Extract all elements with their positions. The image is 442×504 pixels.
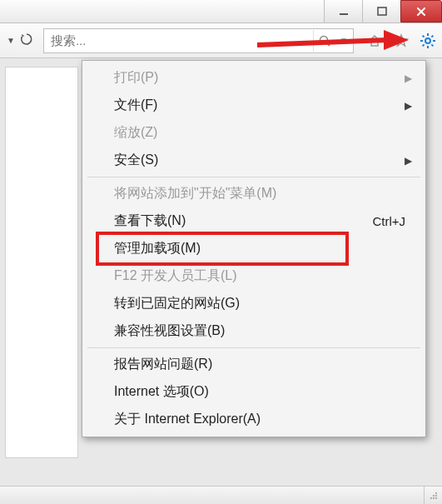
home-icon: [367, 33, 382, 48]
menu-label: Internet 选项(O): [114, 383, 209, 401]
search-go-button[interactable]: [313, 30, 335, 52]
menu-item-pinned-sites[interactable]: 转到已固定的网站(G): [84, 290, 424, 317]
tools-button[interactable]: [419, 32, 437, 50]
menu-item-internet-options[interactable]: Internet 选项(O): [84, 378, 424, 406]
dropdown-button[interactable]: ▼: [0, 23, 40, 57]
menu-item-print[interactable]: 打印(P) ▶: [84, 64, 424, 92]
gear-icon: [420, 32, 436, 49]
tools-menu: 打印(P) ▶ 文件(F) ▶ 缩放(Z) 安全(S) ▶ 将网站添加到"开始"…: [82, 60, 426, 437]
svg-point-19: [433, 497, 435, 499]
svg-point-4: [425, 38, 430, 43]
menu-item-safety[interactable]: 安全(S) ▶: [84, 147, 424, 174]
svg-point-15: [435, 492, 437, 494]
svg-point-20: [435, 497, 437, 499]
close-button[interactable]: [400, 0, 442, 22]
svg-line-3: [326, 42, 330, 46]
menu-item-f12-tools[interactable]: F12 开发人员工具(L): [84, 262, 424, 290]
search-dropdown-icon[interactable]: ▼: [335, 36, 353, 45]
status-bar: [0, 486, 442, 504]
scroll-corner: [424, 487, 442, 504]
toolbar: ▼ ▼: [0, 23, 442, 58]
menu-label: 文件(F): [114, 97, 157, 114]
svg-point-2: [320, 36, 327, 43]
svg-line-11: [423, 44, 425, 46]
minimize-button[interactable]: [324, 0, 362, 22]
menu-label: 缩放(Z): [114, 124, 157, 142]
menu-shortcut: Ctrl+J: [372, 214, 405, 228]
menu-label: 将网站添加到"开始"菜单(M): [114, 185, 276, 202]
menu-separator: [87, 347, 420, 348]
menu-item-file[interactable]: 文件(F) ▶: [84, 92, 424, 119]
menu-item-view-downloads[interactable]: 查看下载(N) Ctrl+J: [84, 207, 424, 235]
titlebar: [0, 0, 442, 23]
svg-point-17: [435, 495, 437, 497]
resize-grip-icon: [430, 492, 438, 500]
menu-label: 查看下载(N): [114, 212, 186, 230]
menu-label: 报告网站问题(R): [114, 356, 212, 373]
menu-item-about[interactable]: 关于 Internet Explorer(A): [84, 406, 424, 433]
menu-item-manage-addons[interactable]: 管理加载项(M): [84, 235, 424, 262]
submenu-arrow-icon: ▶: [405, 72, 412, 84]
content-panel: [5, 67, 78, 458]
menu-label: F12 开发人员工具(L): [114, 267, 237, 285]
home-button[interactable]: [365, 32, 384, 50]
menu-label: 转到已固定的网站(G): [114, 295, 240, 312]
menu-label: 兼容性视图设置(B): [114, 322, 225, 340]
submenu-arrow-icon: ▶: [405, 100, 412, 112]
chevron-down-icon: ▼: [7, 36, 15, 45]
search-icon: [318, 34, 331, 47]
menu-item-zoom[interactable]: 缩放(Z): [84, 119, 424, 147]
toolbar-right: [357, 32, 437, 50]
star-icon: [394, 33, 409, 48]
menu-item-compat-view[interactable]: 兼容性视图设置(B): [84, 317, 424, 345]
svg-line-12: [431, 35, 433, 37]
search-input[interactable]: [44, 33, 313, 47]
search-box[interactable]: ▼: [43, 28, 354, 53]
favorites-button[interactable]: [392, 32, 410, 50]
refresh-icon[interactable]: [20, 32, 33, 49]
minimize-icon: [339, 7, 349, 17]
submenu-arrow-icon: ▶: [405, 155, 412, 167]
svg-rect-1: [378, 7, 386, 15]
menu-label: 关于 Internet Explorer(A): [114, 411, 261, 428]
svg-point-18: [430, 497, 432, 499]
menu-item-report[interactable]: 报告网站问题(R): [84, 351, 424, 378]
maximize-button[interactable]: [362, 0, 400, 22]
svg-line-9: [423, 35, 425, 37]
menu-label: 打印(P): [114, 69, 158, 87]
menu-label: 管理加载项(M): [114, 240, 201, 257]
svg-line-10: [431, 44, 433, 46]
menu-label: 安全(S): [114, 152, 158, 169]
maximize-icon: [377, 7, 387, 17]
close-icon: [415, 6, 427, 17]
menu-separator: [87, 177, 420, 177]
menu-item-add-to-start[interactable]: 将网站添加到"开始"菜单(M): [84, 180, 424, 207]
svg-point-16: [433, 495, 435, 497]
svg-rect-0: [340, 13, 348, 15]
